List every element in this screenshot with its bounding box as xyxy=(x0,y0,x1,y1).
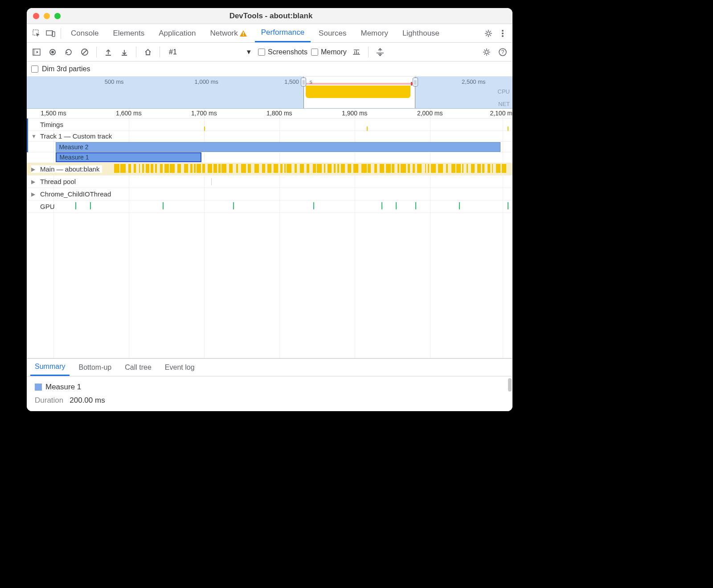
tab-application[interactable]: Application xyxy=(152,24,202,42)
svg-point-8 xyxy=(502,35,504,37)
chevron-down-icon: ▾ xyxy=(247,47,251,57)
svg-rect-3 xyxy=(243,32,244,34)
track-marker xyxy=(27,131,28,152)
track-1-row-measure2: Measure 2 xyxy=(27,142,512,152)
track-main[interactable]: ▶Main — about:blank xyxy=(27,163,512,176)
tab-lighthouse[interactable]: Lighthouse xyxy=(396,24,446,42)
overview-handle-right[interactable]: || xyxy=(413,78,418,86)
devtools-window: DevTools - about:blank Console Elements … xyxy=(27,8,512,411)
panel-tabbar: Console Elements Application Network Per… xyxy=(27,24,512,43)
screenshots-checkbox[interactable]: Screenshots xyxy=(258,48,307,56)
flamechart-area[interactable]: 1,500 ms 1,600 ms 1,700 ms 1,800 ms 1,90… xyxy=(27,109,512,358)
expand-icon[interactable]: ▶ xyxy=(31,179,37,185)
tab-call-tree[interactable]: Call tree xyxy=(120,359,156,376)
tab-summary[interactable]: Summary xyxy=(30,359,70,376)
expand-icon[interactable]: ▶ xyxy=(31,191,37,197)
measure-2-label: Measure 2 xyxy=(59,143,88,151)
scrollbar-thumb[interactable] xyxy=(508,378,512,392)
tab-console[interactable]: Console xyxy=(65,24,105,42)
overview-long-task-bar xyxy=(306,83,413,85)
overview-tick: 500 ms xyxy=(105,78,124,85)
separator xyxy=(136,47,136,57)
clear-icon[interactable] xyxy=(78,46,91,58)
screenshots-input[interactable] xyxy=(258,49,265,56)
track-marker xyxy=(27,118,28,131)
download-icon[interactable] xyxy=(118,46,131,58)
track-childio[interactable]: ▶Chrome_ChildIOThread xyxy=(27,188,512,200)
gpu-label: GPU xyxy=(40,203,55,210)
collapse-icon[interactable]: ▼ xyxy=(31,133,37,139)
svg-rect-1 xyxy=(46,31,53,35)
measure-1-label: Measure 1 xyxy=(59,154,89,161)
help-icon[interactable]: ? xyxy=(496,46,509,58)
duration-value: 200.00 ms xyxy=(70,396,105,405)
gc-icon[interactable] xyxy=(350,46,363,58)
zoom-window-button[interactable] xyxy=(54,13,61,19)
track-gpu[interactable]: ▶GPU xyxy=(27,200,512,213)
gpu-event xyxy=(415,202,416,209)
memory-label: Memory xyxy=(321,48,347,56)
gpu-event xyxy=(163,202,164,209)
track-threadpool[interactable]: ▶Thread pool xyxy=(27,176,512,188)
toggle-sidebar-icon[interactable] xyxy=(30,46,43,58)
main-label: Main — about:blank xyxy=(40,165,99,173)
gpu-event xyxy=(381,202,382,209)
gpu-event xyxy=(508,202,508,209)
inspect-icon[interactable] xyxy=(30,27,43,40)
summary-content: Measure 1 Duration 200.00 ms xyxy=(27,376,512,411)
tab-event-log[interactable]: Event log xyxy=(160,359,199,376)
expand-icon[interactable]: ▶ xyxy=(31,166,37,172)
threadpool-label: Thread pool xyxy=(40,178,76,185)
close-window-button[interactable] xyxy=(33,13,39,19)
measure-2-bar[interactable]: Measure 2 xyxy=(56,142,500,152)
track-1-label: Track 1 — Custom track xyxy=(40,132,112,140)
device-toolbar-icon[interactable] xyxy=(45,27,57,40)
ruler-tick: 2,100 ms xyxy=(490,110,512,117)
tab-network[interactable]: Network xyxy=(204,24,253,42)
childio-label: Chrome_ChildIOThread xyxy=(40,190,111,198)
reload-icon[interactable] xyxy=(62,46,75,58)
window-title: DevTools - about:blank xyxy=(61,12,481,20)
tab-sources[interactable]: Sources xyxy=(312,24,352,42)
ruler-tick: 1,800 ms xyxy=(266,110,292,117)
svg-point-7 xyxy=(502,33,504,34)
screenshots-label: Screenshots xyxy=(268,48,307,56)
track-1-header[interactable]: ▼Track 1 — Custom track xyxy=(27,131,512,142)
recording-selector[interactable]: #1 ▾ xyxy=(165,47,254,57)
timeline-overview[interactable]: 500 ms 1,000 ms 1,500 ms 2,000 ms 2,500 … xyxy=(27,77,512,109)
track-timings[interactable]: ▶Timings xyxy=(27,118,512,131)
capture-settings-icon[interactable] xyxy=(480,46,493,58)
tab-elements[interactable]: Elements xyxy=(107,24,151,42)
home-icon[interactable] xyxy=(142,46,154,58)
gpu-event xyxy=(233,202,234,209)
overview-selection[interactable] xyxy=(303,77,415,108)
tab-network-label: Network xyxy=(210,29,238,38)
upload-icon[interactable] xyxy=(102,46,115,58)
ruler-tick: 1,500 ms xyxy=(41,110,66,117)
separator xyxy=(160,47,160,57)
record-icon[interactable] xyxy=(46,46,59,58)
ruler-tick: 1,900 ms xyxy=(342,110,368,117)
minimize-window-button[interactable] xyxy=(44,13,50,19)
window-controls xyxy=(33,13,61,19)
dim-3rd-parties-checkbox[interactable] xyxy=(31,65,38,73)
svg-point-15 xyxy=(485,50,488,53)
settings-icon[interactable] xyxy=(482,27,495,40)
measure-1-bar[interactable]: Measure 1 xyxy=(56,152,201,162)
memory-input[interactable] xyxy=(311,49,318,56)
detail-ruler: 1,500 ms 1,600 ms 1,700 ms 1,800 ms 1,90… xyxy=(27,109,512,118)
timing-marker xyxy=(367,127,368,131)
tab-bottom-up[interactable]: Bottom-up xyxy=(74,359,116,376)
overview-script-activity xyxy=(306,86,410,98)
overview-net-label: NET xyxy=(498,101,510,107)
recording-selector-label: #1 xyxy=(169,48,244,56)
memory-checkbox[interactable]: Memory xyxy=(311,48,347,56)
more-icon[interactable] xyxy=(496,27,509,40)
tab-memory[interactable]: Memory xyxy=(354,24,394,42)
tab-performance[interactable]: Performance xyxy=(255,24,311,42)
shortcuts-icon[interactable] xyxy=(374,46,386,58)
svg-rect-10 xyxy=(33,49,35,55)
overview-handle-left[interactable]: || xyxy=(301,78,306,86)
timing-marker xyxy=(204,127,205,131)
svg-point-5 xyxy=(487,32,490,35)
